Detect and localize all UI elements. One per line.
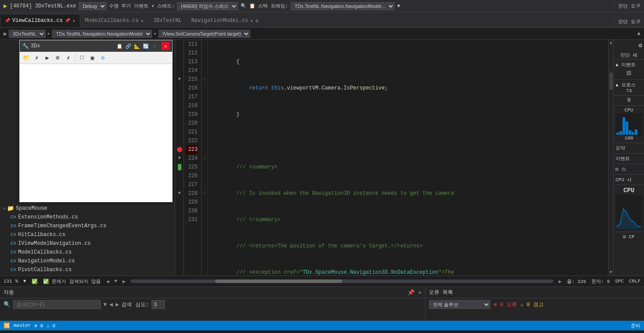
tree-label-pivotcallbacks: PivotCallbacks.cs (18, 267, 71, 273)
tree-label-frametimechanged: FrameTimeChangedEventArgs.cs (18, 223, 106, 229)
search-input[interactable] (13, 300, 101, 309)
tree-label-navigationmodel: NavigationModel.cs (18, 258, 75, 264)
tab-viewcallbacks-close[interactable]: ✕ (72, 18, 75, 24)
code-line-218: /// <returns>The position of the camera'… (211, 242, 608, 251)
member-dropdown[interactable]: IView.SetCameraTarget(Point target) (159, 30, 250, 38)
tree-item-spacemouse[interactable]: ▷ 📁 SpaceMouse (0, 204, 175, 213)
subbar-arrow-left[interactable]: ▶ (4, 30, 7, 37)
bookmark-225 (178, 164, 181, 170)
tab-viewcallbacks[interactable]: 📌 ViewCallbacks.cs 📌 ✕ (0, 14, 80, 27)
tab-navigationmodel[interactable]: NavigationModel.cs ✕ ⚙ (187, 14, 263, 27)
zoom-dropdown[interactable]: ▼ (23, 279, 26, 284)
ft-icon4[interactable]: 🔄 (142, 43, 149, 50)
collapse-215[interactable]: ▼ (178, 75, 180, 84)
ft-btn-grid[interactable]: ⊞ (53, 53, 63, 63)
git-icon: 🔀 (4, 322, 10, 329)
diag-events-icon: ⊞ (616, 68, 642, 78)
scrollbar-vertical[interactable]: ▲ ▼ (608, 40, 613, 276)
ft-close-btn[interactable]: ✕ (162, 42, 170, 50)
tab-navigationmodel-close[interactable]: ✕ (250, 18, 253, 24)
ft-btn-folder[interactable]: 📁 (21, 53, 31, 63)
diag-cpu-big: CPU (614, 185, 644, 232)
cpu-bar-container (616, 114, 642, 136)
collapse-224[interactable]: ▼ (178, 154, 180, 163)
ft-icon1[interactable]: 📋 (116, 43, 123, 50)
diag-memory-icon[interactable]: ⊡ 스 (616, 166, 642, 172)
breakpoint-223[interactable] (175, 145, 184, 154)
auto-close[interactable]: ✕ (418, 289, 421, 296)
debug-dropdown[interactable]: Debug (79, 2, 106, 10)
diag-events-section: ▲ 이벤트 ⊞ (614, 60, 644, 80)
collapse-228[interactable]: ▼ (178, 189, 180, 198)
scrollbar-thumb[interactable] (609, 72, 613, 90)
tree-item-space3dcallbacks[interactable]: C≡ Space3DCallbacks.cs (0, 274, 175, 276)
sub-bar: ▶ 3DxTestNL ▸ TDx.TestNL.Navigation.Navi… (0, 28, 644, 40)
diag-settings-btn[interactable]: ⚙ (614, 40, 644, 51)
frame-dropdown[interactable]: TDx.TestNL.Navigation.NavigationModel... (291, 2, 395, 10)
right-diagnostic-panel: ⚙ 진단 세 ▲ 이벤트 ⊞ ▲ 프로스 73 0 CPU (613, 40, 644, 276)
scrollbar-down[interactable]: ▼ (609, 269, 613, 276)
status-nav-right2[interactable]: ▶ (559, 279, 562, 284)
code-line-212: return this.viewportVM.Camera.IsPerspect… (211, 84, 608, 93)
ft-btn-settings[interactable]: ⚙ (98, 53, 108, 63)
output-panel: 오류 목록 전체 솔루션 ⊗ 0 오류 ⚠ 0 경고 (425, 287, 644, 321)
cs-icon6: C≡ (11, 258, 16, 264)
tree-item-navigationmodel[interactable]: C≡ NavigationModel.cs (0, 257, 175, 265)
error-count: ⊗ 0 (35, 323, 43, 329)
ft-btn-x[interactable]: ✗ (32, 53, 42, 63)
thread-dropdown[interactable]: [46600] 작업자 스레드 (177, 2, 238, 10)
search-prev[interactable]: ◀ (110, 301, 113, 308)
solution-tree: ▷ 📁 SpaceMouse C≡ ExtensionMethods.cs C≡… (0, 202, 175, 276)
tree-item-extensionmethods[interactable]: C≡ ExtensionMethods.cs (0, 213, 175, 222)
code-lines[interactable]: { return this.viewportVM.Camera.IsPerspe… (208, 40, 608, 276)
output-panel-header: 오류 목록 (425, 287, 644, 298)
thread-label: 수명 주기 이벤트 ▾ 스레드: (109, 3, 175, 9)
scrollbar-up[interactable]: ▲ (609, 40, 613, 46)
ft-icon2[interactable]: 🔗 (125, 43, 132, 50)
ft-icon3[interactable]: 📐 (134, 43, 141, 50)
depth-input[interactable] (152, 300, 165, 309)
floating-title: 3Dx (31, 43, 114, 49)
project-dropdown[interactable]: 3DxTestNL (9, 30, 46, 38)
status-scrollbar[interactable] (131, 279, 553, 283)
zoom-level[interactable]: 131 % (4, 279, 18, 284)
tree-item-pivotcallbacks[interactable]: C≡ PivotCallbacks.cs (0, 265, 175, 274)
search-dropdown[interactable]: ▼ (103, 301, 107, 308)
cs-icon5: C≡ (11, 250, 16, 255)
tab-modelcallbacks-label: ModelCallbacks.cs (85, 18, 138, 24)
subbar-arrow-up[interactable]: ▲ (637, 30, 640, 37)
cs-icon2: C≡ (11, 223, 16, 229)
tree-item-hitcallbacks[interactable]: C≡ HitCallbacks.cs (0, 230, 175, 239)
ft-icon5[interactable]: ✓ (151, 43, 158, 50)
tab-modelcallbacks[interactable]: ModelCallbacks.cs ✕ (80, 14, 149, 27)
code-line-219: /// <exception cref="TDx.SpaceMouse.Navi… (211, 268, 608, 276)
ft-btn-box2[interactable]: ▣ (88, 53, 97, 63)
bottom-panel: 자동 📌 ✕ 🔍 ▼ ◀ ▶ 검색 심도: 오류 목록 전체 솔루션 ⊗ 0 오… (0, 286, 644, 321)
status-nav-right[interactable]: ▶ (123, 279, 126, 284)
status-nav-down[interactable]: ▼ (114, 279, 117, 284)
scope-dropdown[interactable]: 전체 솔루션 (429, 300, 490, 309)
ft-btn-right[interactable]: ▶ (42, 53, 52, 63)
frame-arrow: ▼ (397, 4, 400, 9)
tab-modelcallbacks-close[interactable]: ✕ (141, 18, 144, 24)
tree-item-frametimechanged[interactable]: C≡ FrameTimeChangedEventArgs.cs (0, 222, 175, 230)
type-dropdown[interactable]: TDx.TestNL.Navigation.NavigationModel (52, 30, 152, 38)
auto-pin[interactable]: 📌 (407, 289, 414, 296)
search-next[interactable]: ▶ (116, 301, 119, 308)
status-line-ending[interactable]: CRLF (629, 279, 640, 284)
tree-item-modelcallbacks[interactable]: C≡ ModelCallbacks.cs (0, 248, 175, 257)
tab-settings-icon[interactable]: ⚙ (255, 18, 258, 24)
ft-btn-box1[interactable]: □ (77, 53, 87, 63)
diag-process-value: 73 (616, 88, 642, 93)
ft-btn-x2[interactable]: ✗ (64, 53, 73, 63)
process-icon: ▶ (4, 2, 7, 10)
status-encoding[interactable]: SPC (615, 279, 624, 284)
ready-label: 준비 (631, 322, 640, 329)
tree-item-iviewmodelnavigation[interactable]: C≡ IViewModelNavigation.cs (0, 239, 175, 248)
status-nav-left[interactable]: ◀ (106, 279, 109, 284)
depth-label: 검색 심도: (121, 301, 149, 308)
diag-label: 진단 도구 (614, 3, 640, 9)
tab-3dxtestnl[interactable]: 3DxTestNL (149, 14, 187, 27)
floating-content (20, 64, 172, 202)
output-controls: 전체 솔루션 ⊗ 0 오류 ⚠ 0 경고 (425, 298, 644, 311)
